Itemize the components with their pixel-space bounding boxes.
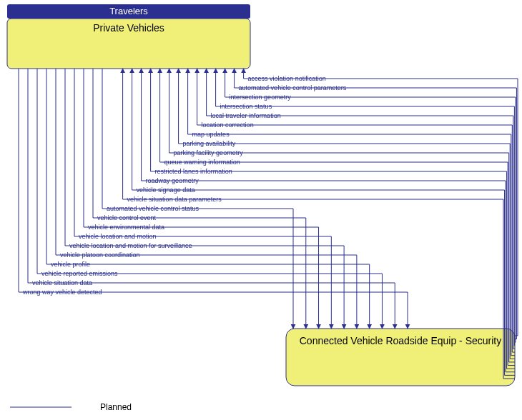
flow-up-line	[151, 69, 515, 369]
flow-down-label: vehicle location and motion for surveill…	[69, 242, 192, 249]
flow-down-label: vehicle situation data	[32, 279, 92, 286]
flow-up-label: local traveler information	[211, 112, 281, 119]
flow-up-label: automated vehicle control parameters	[239, 84, 347, 91]
flow-down-label: vehicle reported emissions	[41, 270, 118, 277]
flow-up-label: access violation notification	[248, 75, 326, 82]
flow-down-label: vehicle platoon coordination	[60, 251, 140, 259]
flow-up-label: location correction	[202, 121, 254, 129]
legend-label-planned: Planned	[100, 402, 132, 412]
flow-up-label: intersection geometry	[230, 94, 292, 101]
flow-up-line	[216, 69, 515, 346]
flow-up-label: parking availability	[183, 140, 236, 147]
flow-up-line	[244, 69, 518, 336]
flow-up-label: map updates	[192, 131, 230, 138]
flow-down-label: vehicle profile	[51, 261, 90, 268]
flow-down-label: vehicle environmental data	[88, 224, 164, 231]
flow-up-label: roadway geometry	[146, 177, 200, 184]
flow-up-label: intersection status	[220, 103, 272, 110]
bottom-node-title: Connected Vehicle Roadside Equip - Secur…	[300, 335, 502, 346]
flow-up-label: restricted lanes information	[155, 168, 232, 175]
flow-down-label: automated vehicle control status	[107, 205, 200, 212]
flow-down-label: wrong way vehicle detected	[22, 289, 102, 296]
top-node-title: Private Vehicles	[93, 22, 164, 34]
flow-up-label: vehicle signage data	[137, 186, 195, 194]
flow-down-label: vehicle location and motion	[79, 233, 157, 240]
flow-down-label: vehicle control event	[97, 214, 157, 221]
legend: Planned	[10, 402, 132, 412]
flow-diagram: Travelers Private Vehicles Connected Veh…	[0, 0, 522, 420]
flow-up-line	[235, 69, 517, 339]
flow-up-label: vehicle situation data parameters	[127, 196, 222, 203]
flow-up-line	[197, 69, 515, 352]
top-node-header-text: Travelers	[109, 6, 148, 16]
top-node: Travelers Private Vehicles	[7, 4, 250, 69]
flow-up-label: parking facility geometry	[174, 149, 244, 156]
flow-up-label: queue warning information	[164, 159, 240, 166]
bottom-node: Connected Vehicle Roadside Equip - Secur…	[286, 329, 515, 386]
